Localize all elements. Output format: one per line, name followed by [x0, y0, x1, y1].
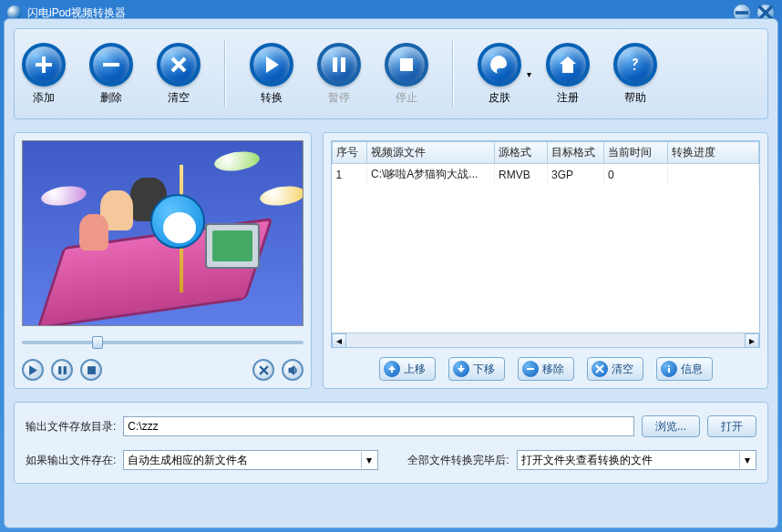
- remove-button[interactable]: 删除: [89, 43, 133, 106]
- video-preview: [22, 140, 304, 326]
- svg-rect-7: [87, 366, 96, 374]
- file-table[interactable]: 序号 视频源文件 源格式 目标格式 当前时间 转换进度 1 C:\哆啦A梦猫狗大…: [332, 141, 759, 185]
- scroll-left-icon[interactable]: ◂: [332, 333, 346, 348]
- file-list-panel: 序号 视频源文件 源格式 目标格式 当前时间 转换进度 1 C:\哆啦A梦猫狗大…: [323, 132, 768, 389]
- chevron-down-icon: ▾: [361, 452, 376, 468]
- preview-panel: [14, 132, 312, 389]
- output-dir-label: 输出文件存放目录:: [26, 419, 116, 435]
- help-button[interactable]: 帮助: [613, 43, 657, 106]
- skin-button[interactable]: 皮肤: [478, 43, 521, 106]
- svg-rect-0: [736, 11, 748, 15]
- remove-item-button[interactable]: 移除: [518, 357, 574, 381]
- move-up-button[interactable]: 上移: [379, 357, 436, 381]
- main-content: 添加 删除 清空 转换 暂停 停止 皮肤 ▾ 注册: [4, 18, 778, 528]
- scroll-right-icon[interactable]: ▸: [745, 333, 759, 348]
- main-toolbar: 添加 删除 清空 转换 暂停 停止 皮肤 ▾ 注册: [14, 28, 768, 119]
- open-button[interactable]: 打开: [707, 415, 756, 437]
- col-tgtfmt[interactable]: 目标格式: [548, 142, 604, 164]
- col-index[interactable]: 序号: [333, 142, 367, 164]
- col-time[interactable]: 当前时间: [604, 142, 668, 164]
- info-button[interactable]: 信息: [656, 357, 713, 381]
- clear-list-button[interactable]: 清空: [587, 357, 643, 381]
- col-progress[interactable]: 转换进度: [668, 142, 759, 164]
- svg-rect-2: [333, 57, 337, 72]
- chevron-down-icon: ▾: [739, 452, 754, 468]
- separator: [224, 41, 226, 107]
- svg-rect-5: [58, 366, 61, 374]
- table-row[interactable]: 1 C:\哆啦A梦猫狗大战... RMVB 3GP 0: [333, 164, 759, 186]
- seek-bar[interactable]: [22, 330, 304, 355]
- exists-label: 如果输出文件存在:: [26, 453, 116, 468]
- after-select[interactable]: 打开文件夹查看转换的文件 ▾: [517, 450, 756, 470]
- stop-button[interactable]: 停止: [385, 43, 428, 106]
- preview-snapshot-button[interactable]: [252, 359, 274, 381]
- pause-button[interactable]: 暂停: [317, 43, 361, 106]
- preview-stop-button[interactable]: [80, 359, 102, 381]
- preview-volume-button[interactable]: [282, 359, 304, 381]
- output-settings: 输出文件存放目录: 浏览... 打开 如果输出文件存在: 自动生成相应的新文件名…: [14, 402, 768, 484]
- svg-rect-3: [341, 57, 345, 72]
- move-down-button[interactable]: 下移: [448, 357, 505, 381]
- skin-dropdown-icon[interactable]: ▾: [527, 69, 531, 79]
- svg-rect-6: [63, 366, 66, 374]
- col-source[interactable]: 视频源文件: [367, 142, 495, 164]
- after-label: 全部文件转换完毕后:: [407, 453, 509, 468]
- separator: [452, 41, 454, 107]
- svg-rect-1: [103, 63, 119, 66]
- col-srcfmt[interactable]: 源格式: [495, 142, 548, 164]
- svg-point-9: [668, 365, 670, 367]
- add-button[interactable]: 添加: [22, 43, 66, 106]
- output-dir-input[interactable]: [123, 416, 634, 436]
- browse-button[interactable]: 浏览...: [642, 415, 700, 437]
- register-button[interactable]: 注册: [546, 43, 590, 106]
- svg-rect-8: [527, 368, 534, 370]
- preview-pause-button[interactable]: [51, 359, 73, 381]
- clear-button[interactable]: 清空: [157, 43, 201, 106]
- preview-play-button[interactable]: [22, 359, 44, 381]
- svg-rect-10: [668, 368, 670, 373]
- svg-rect-4: [400, 58, 413, 71]
- h-scrollbar[interactable]: ◂ ▸: [332, 332, 759, 347]
- convert-button[interactable]: 转换: [250, 43, 293, 106]
- exists-select[interactable]: 自动生成相应的新文件名 ▾: [123, 450, 378, 470]
